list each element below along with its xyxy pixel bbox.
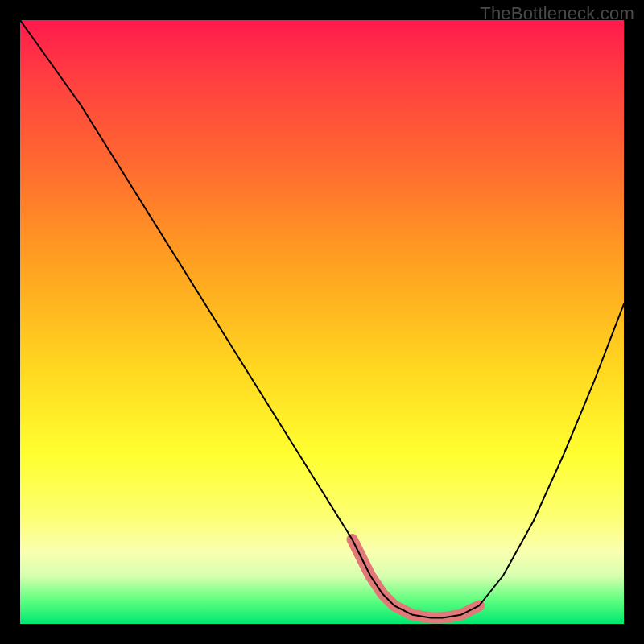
watermark-text: TheBottleneck.com [480, 3, 634, 24]
curve-svg [20, 20, 624, 624]
trough-accent [353, 539, 480, 618]
plot-area [20, 20, 624, 624]
chart-frame: TheBottleneck.com [0, 0, 644, 644]
bottleneck-curve [20, 20, 624, 618]
